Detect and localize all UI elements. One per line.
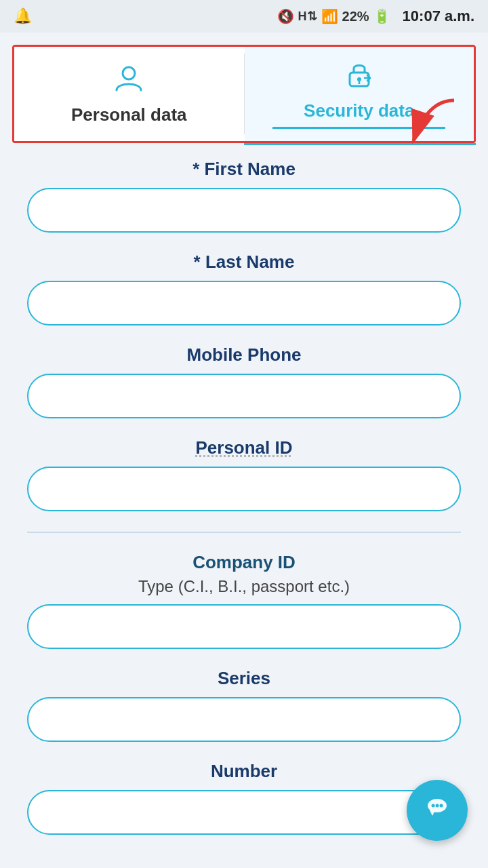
personal-id-label: Personal ID (27, 437, 461, 458)
status-icons: 🔇 H⇅ 📶 22% 🔋 (277, 8, 390, 24)
number-input[interactable] (27, 790, 461, 835)
series-label: Series (27, 668, 461, 689)
notification-icon: 🔔 (14, 7, 32, 25)
svg-point-2 (357, 77, 361, 81)
tab-personal-data[interactable]: Personal data (14, 47, 244, 141)
personal-id-group: Personal ID (27, 437, 461, 511)
first-name-label: First Name (27, 159, 461, 180)
type-group: Type (C.I., B.I., passport etc.) (27, 577, 461, 649)
lock-icon (344, 59, 374, 95)
svg-point-11 (440, 804, 443, 808)
security-data-label: Security data (304, 100, 414, 121)
tab-security-data[interactable]: Security data (245, 47, 474, 141)
battery-icon: 🔋 (373, 8, 390, 24)
type-label: Type (C.I., B.I., passport etc.) (27, 577, 461, 596)
person-icon (114, 63, 144, 99)
first-name-group: First Name (27, 159, 461, 233)
first-name-input[interactable] (27, 188, 461, 233)
mobile-phone-label: Mobile Phone (27, 344, 461, 366)
number-group: Number (27, 761, 461, 835)
battery-percent: 22% (342, 9, 369, 24)
series-group: Series (27, 668, 461, 742)
company-id-header: Company ID (27, 552, 461, 573)
mobile-phone-input[interactable] (27, 374, 461, 418)
last-name-group: Last Name (27, 252, 461, 326)
svg-point-9 (432, 804, 435, 808)
status-time: 10:07 a.m. (403, 7, 474, 25)
personal-data-label: Personal data (71, 104, 187, 125)
form-content: First Name Last Name Mobile Phone Person… (0, 145, 488, 867)
number-label: Number (27, 761, 461, 782)
tabs-container: Personal data Security data (12, 45, 476, 143)
signal-bars-icon: 📶 (321, 8, 338, 24)
chat-icon (420, 790, 454, 831)
status-bar-left-icons: 🔔 (14, 7, 32, 25)
series-input[interactable] (27, 697, 461, 742)
personal-id-input[interactable] (27, 467, 461, 511)
last-name-input[interactable] (27, 281, 461, 326)
chat-fab[interactable] (407, 780, 468, 841)
last-name-label: Last Name (27, 252, 461, 273)
mute-icon: 🔇 (277, 8, 294, 24)
svg-point-10 (436, 804, 439, 808)
data-icon: H⇅ (298, 9, 317, 24)
section-divider (27, 532, 461, 533)
svg-point-0 (123, 67, 135, 79)
status-bar: 🔔 🔇 H⇅ 📶 22% 🔋 10:07 a.m. (0, 0, 488, 33)
mobile-phone-group: Mobile Phone (27, 344, 461, 418)
type-input[interactable] (27, 604, 461, 649)
